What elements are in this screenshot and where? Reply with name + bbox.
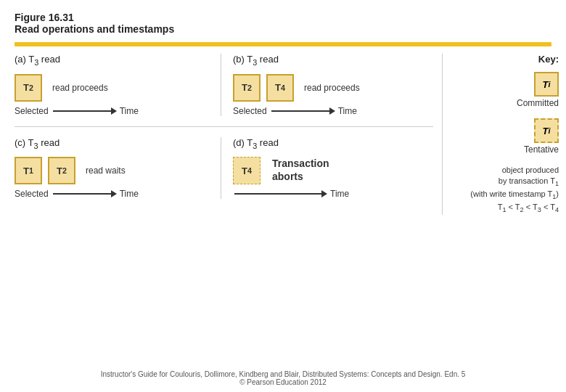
panel-b-tx4-box: T4 [266,74,294,102]
panel-d-time-arrow [234,190,327,197]
panel-d-aborts: Transaction aborts [272,157,329,183]
panel-a-label: (a) T3 read [15,54,209,67]
panel-c-tx2-box: T2 [48,157,75,184]
key-committed: Ti Committed [453,72,559,108]
panel-b-time-arrow [271,107,335,115]
key-title: Key: [453,54,559,65]
panel-b-time: Time [338,106,357,116]
panel-d-label: (d) T3 read [233,137,427,150]
panel-d-tx4-box: T4 [233,157,261,184]
panel-a-arrow: Selected Time [15,106,209,116]
panel-a-boxes: T2 read proceeds [15,74,209,102]
panel-b-tx2-box: T2 [233,74,261,102]
panel-b: (b) T3 read T2 T4 read proceeds Selected [221,54,433,116]
panel-b-arrow: Selected Time [233,106,427,116]
panel-b-label: (b) T3 read [233,54,427,67]
panel-a-proceed-label: read proceeds [52,83,108,93]
title-line1: Figure 16.31 [15,12,551,23]
title-section: Figure 16.31 Read operations and timesta… [15,12,551,35]
key-tentative-box: Ti [534,118,559,143]
panel-c-boxes: T1 T2 read waits [15,157,209,184]
panel-d-time: Time [330,189,349,199]
key-committed-row: Ti [534,72,559,97]
key-committed-label: Committed [517,98,559,108]
key-tentative-row: Ti [534,118,559,143]
panel-a-selected: Selected [15,106,49,116]
key-committed-box: Ti [534,72,559,97]
panel-c-selected: Selected [15,189,49,199]
panel-b-selected: Selected [233,106,267,116]
panel-c-label: (c) T3 read [15,137,209,150]
panel-d: (d) T3 read T4 Transaction aborts [221,137,433,200]
page: Figure 16.31 Read operations and timesta… [0,0,566,392]
panel-c-time-arrow [53,190,117,197]
panel-d-boxes: T4 Transaction aborts [233,157,427,184]
panel-c-arrow: Selected Time [15,189,209,199]
panel-c: (c) T3 read T1 T2 read waits Selected [15,137,221,200]
key-tentative-desc: object produced by transaction T1 (with … [453,165,559,215]
key-tentative: Ti Tentative [453,118,559,155]
top-row: (a) T3 read T2 read proceeds Selected [15,54,433,127]
panel-a-time-arrow [53,107,117,115]
gold-bar [15,42,551,46]
panel-c-time: Time [120,189,139,199]
bottom-row: (c) T3 read T1 T2 read waits Selected [15,137,433,200]
panel-c-wait-label: read waits [86,166,126,176]
key-tentative-label: Tentative [524,144,559,155]
panel-a-tx2-box: T2 [15,74,42,102]
main-content: (a) T3 read T2 read proceeds Selected [15,54,551,215]
panel-c-tx1-box: T1 [15,157,42,184]
title-line2: Read operations and timestamps [15,23,551,35]
footer-copyright: © Pearson Education 2012 [239,378,327,386]
panel-d-arrow: Time [233,189,427,199]
left-panels: (a) T3 read T2 read proceeds Selected [15,54,443,215]
panel-b-proceed-label: read proceeds [304,83,360,93]
panel-a: (a) T3 read T2 read proceeds Selected [15,54,221,116]
footer-text: Instructor's Guide for Coulouris, Dollim… [101,370,466,378]
panel-b-boxes: T2 T4 read proceeds [233,74,427,102]
right-key: Key: Ti Committed Ti Tentative [443,54,559,215]
footer: Instructor's Guide for Coulouris, Dollim… [0,370,566,386]
panel-a-time: Time [120,106,139,116]
